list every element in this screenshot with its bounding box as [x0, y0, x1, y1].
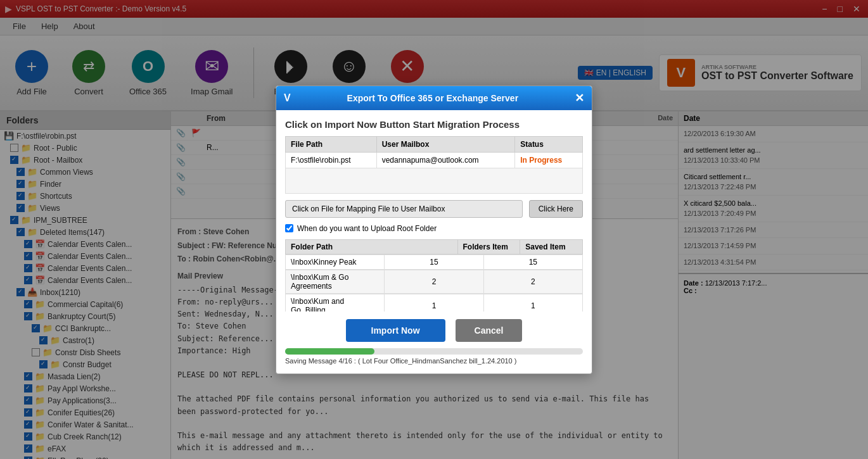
export-modal: V Export To Office 365 or Exchange Serve…: [276, 85, 592, 374]
modal-title-bar: V Export To Office 365 or Exchange Serve…: [276, 86, 592, 110]
modal-buttons: Import Now Cancel: [285, 319, 583, 342]
file-table-header-status: Status: [515, 136, 583, 152]
folder-table-header-folders: Folders Item: [457, 239, 520, 254]
modal-title: Export To Office 365 or Exchange Server: [347, 93, 519, 103]
modal-body: Click on Import Now Button Start Migrati…: [276, 110, 592, 374]
status-badge: In Progress: [515, 152, 583, 168]
file-path: F:\ostfile\robin.pst: [286, 152, 377, 168]
file-table-row: F:\ostfile\robin.pst vedannapuma@outlook…: [286, 152, 583, 168]
click-here-button[interactable]: Click Here: [529, 200, 583, 218]
upload-root-checkbox-row: When do you want to Upload Root Folder: [285, 224, 583, 233]
upload-root-checkbox[interactable]: [285, 224, 293, 232]
folder-table-header-path: Folder Path: [286, 239, 458, 254]
cancel-button[interactable]: Cancel: [456, 319, 523, 342]
progress-bar-container: [285, 348, 583, 355]
file-table: File Path User Mailbox Status F:\ostfile…: [285, 136, 583, 194]
upload-root-label: When do you want to Upload Root Folder: [297, 224, 437, 233]
mapping-row: Click on File for Mapping File to User M…: [285, 200, 583, 218]
user-mailbox: vedannapuma@outlook.com: [376, 152, 515, 168]
folder-table-row[interactable]: \Inbox\Kum and Go_Billing11: [285, 294, 583, 311]
folder-table-row[interactable]: \Inbox\Kum & Go Agreements22: [285, 270, 583, 294]
modal-overlay: V Export To Office 365 or Exchange Serve…: [0, 0, 868, 459]
import-now-button[interactable]: Import Now: [346, 319, 445, 342]
folder-table: Folder Path Folders Item Saved Item \Inb…: [285, 239, 583, 311]
progress-bar-fill: [285, 348, 374, 355]
folder-table-row[interactable]: \Inbox\Kinney Peak1515: [285, 255, 583, 270]
folder-table-header-saved: Saved Item: [520, 239, 583, 254]
file-table-header-filepath: File Path: [286, 136, 377, 152]
progress-text: Saving Message 4/16 : ( Lot Four Office_…: [285, 357, 583, 365]
mapping-label: Click on File for Mapping File to User M…: [285, 200, 523, 218]
modal-close-btn[interactable]: ✕: [575, 91, 584, 105]
modal-heading: Click on Import Now Button Start Migrati…: [285, 119, 583, 130]
file-table-header-mailbox: User Mailbox: [376, 136, 515, 152]
modal-title-icon: V: [284, 92, 291, 104]
